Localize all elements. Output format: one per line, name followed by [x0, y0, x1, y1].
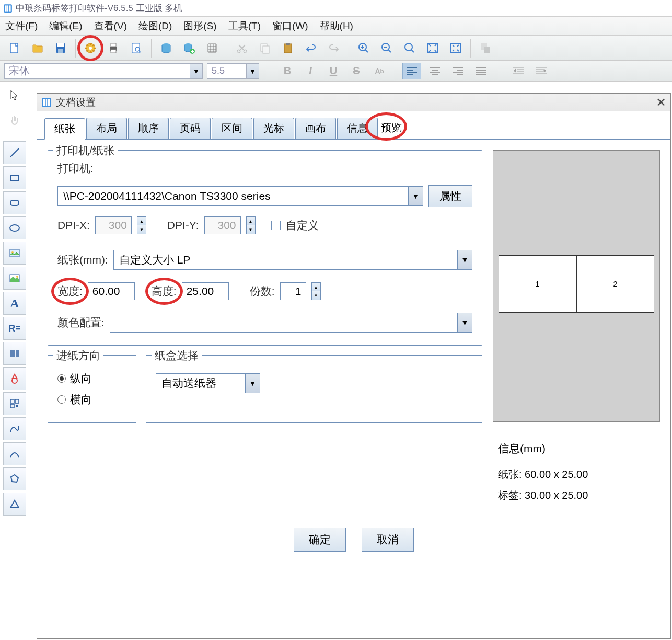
font-size-input[interactable]: 5.5 ▼	[207, 63, 259, 79]
svg-point-26	[405, 43, 412, 51]
doc-settings-button[interactable]	[80, 38, 101, 59]
svg-point-9	[89, 47, 92, 50]
size-dropdown-icon[interactable]: ▼	[246, 64, 259, 78]
grid-button[interactable]	[202, 38, 223, 59]
formatbar: 宋体 ▼ 5.5 ▼ B I U S Ab	[0, 61, 672, 82]
menu-shape[interactable]: 图形(S)	[183, 19, 216, 33]
print-button[interactable]	[103, 38, 124, 59]
save-button[interactable]	[50, 38, 71, 59]
superscript-button[interactable]: Ab	[370, 63, 389, 79]
italic-button[interactable]: I	[301, 63, 320, 79]
indent-right-button[interactable]	[532, 63, 551, 79]
toolbar-separator	[151, 39, 152, 58]
strikethrough-button[interactable]: S	[347, 63, 366, 79]
database-button[interactable]	[156, 38, 177, 59]
menu-edit[interactable]: 编辑(E)	[49, 19, 82, 33]
menu-view[interactable]: 查看(V)	[94, 19, 127, 33]
font-select[interactable]: 宋体 ▼	[4, 63, 203, 79]
font-name: 宋体	[5, 64, 190, 78]
cut-button[interactable]	[231, 38, 252, 59]
layers-button[interactable]	[475, 38, 496, 59]
fit-width-button[interactable]	[445, 38, 466, 59]
toolbar-separator	[470, 39, 471, 58]
menu-file[interactable]: 文件(F)	[5, 19, 38, 33]
toolbar-separator	[227, 39, 227, 58]
open-button[interactable]	[27, 38, 48, 59]
svg-rect-1	[5, 5, 6, 11]
app-icon	[3, 4, 13, 13]
menu-tool[interactable]: 工具(T)	[228, 19, 261, 33]
align-center-button[interactable]	[425, 63, 444, 79]
svg-rect-22	[284, 44, 292, 53]
menu-window[interactable]: 窗口(W)	[272, 19, 308, 33]
copy-button[interactable]	[254, 38, 275, 59]
paste-button[interactable]	[277, 38, 298, 59]
menu-draw[interactable]: 绘图(D)	[138, 19, 172, 33]
zoom-in-button[interactable]	[353, 38, 374, 59]
font-size: 5.5	[207, 65, 246, 76]
fit-button[interactable]	[422, 38, 443, 59]
undo-button[interactable]	[300, 38, 321, 59]
menubar: 文件(F) 编辑(E) 查看(V) 绘图(D) 图形(S) 工具(T) 窗口(W…	[0, 17, 672, 36]
svg-rect-12	[111, 50, 116, 53]
svg-rect-28	[451, 43, 460, 53]
toolbar-separator	[349, 39, 349, 58]
align-right-button[interactable]	[448, 63, 467, 79]
app-title: 中琅条码标签打印软件-V6.5.5 工业版 多机	[16, 2, 182, 14]
redo-button[interactable]	[323, 38, 344, 59]
preview-button[interactable]	[126, 38, 147, 59]
svg-rect-11	[111, 43, 116, 47]
zoom-out-button[interactable]	[376, 38, 397, 59]
titlebar: 中琅条码标签打印软件-V6.5.5 工业版 多机	[0, 0, 672, 17]
svg-rect-2	[7, 5, 8, 11]
bold-button[interactable]: B	[278, 63, 297, 79]
svg-rect-23	[286, 43, 290, 45]
toolbar	[0, 36, 672, 61]
zoom-button[interactable]	[399, 38, 420, 59]
underline-button[interactable]: U	[324, 63, 343, 79]
new-doc-button[interactable]	[4, 38, 25, 59]
svg-rect-7	[58, 49, 63, 53]
toolbar-separator	[75, 39, 76, 58]
menu-help[interactable]: 帮助(H)	[320, 19, 353, 33]
svg-rect-21	[263, 46, 269, 53]
svg-rect-30	[484, 47, 490, 53]
indent-left-button[interactable]	[509, 63, 528, 79]
svg-rect-6	[57, 43, 64, 47]
align-justify-button[interactable]	[471, 63, 490, 79]
font-dropdown-icon[interactable]: ▼	[190, 64, 202, 78]
align-left-button[interactable]	[402, 63, 421, 79]
svg-rect-4	[10, 43, 18, 53]
svg-rect-3	[9, 5, 10, 11]
database-add-button[interactable]	[179, 38, 200, 59]
